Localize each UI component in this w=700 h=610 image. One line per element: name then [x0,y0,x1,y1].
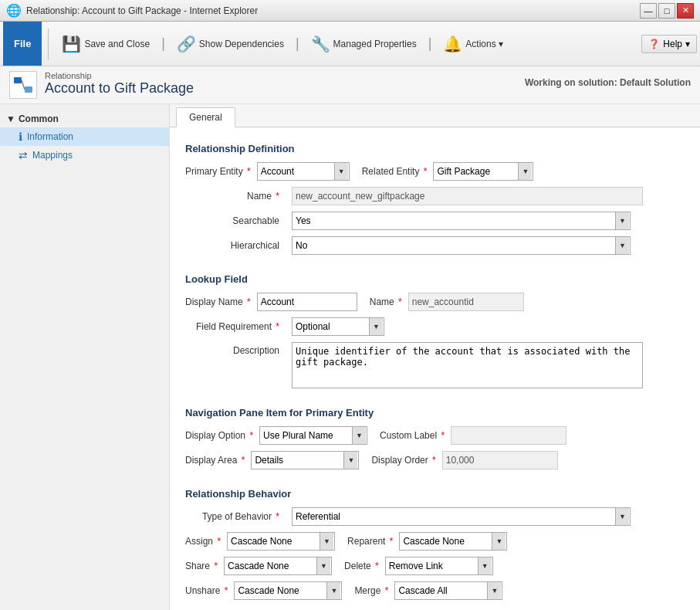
help-button[interactable]: ❓ Help ▾ [641,35,697,53]
custom-label-label: Custom Label * [380,430,445,441]
title-bar-text: Relationship: Account to Gift Package - … [26,5,258,16]
description-row: Description Unique identifier of the acc… [185,342,685,388]
ie-icon: 🌐 [6,3,22,18]
share-select-wrapper: Cascade None ▼ [224,557,332,575]
maximize-button[interactable]: □ [658,3,675,19]
merge-pair: Merge * Cascade All ▼ [354,581,502,600]
display-order-required: * [432,455,436,466]
hierarchical-select[interactable]: No [292,236,631,255]
merge-label: Merge * [354,585,388,596]
primary-entity-required: * [247,166,251,177]
display-option-required: * [249,430,253,441]
unshare-select[interactable]: Cascade None [234,581,342,600]
save-and-close-label: Save and Close [84,39,150,49]
sidebar-item-mappings[interactable]: ⇄ Mappings [0,146,169,164]
type-of-behavior-select[interactable]: Referential [292,507,631,526]
minimize-button[interactable]: — [640,3,657,19]
share-select[interactable]: Cascade None [224,557,332,575]
sidebar-item-mappings-label: Mappings [32,150,73,161]
share-label: Share * [185,561,218,571]
description-textarea[interactable]: Unique identifier of the account that is… [292,342,643,388]
actions-label: Actions ▾ [465,39,503,49]
delete-select[interactable]: Remove Link [385,557,493,575]
custom-label-input[interactable] [451,426,566,445]
field-requirement-select[interactable]: Optional [292,317,384,336]
related-entity-select[interactable]: Gift Package [433,162,533,181]
svg-rect-1 [25,86,32,93]
assign-required: * [217,536,221,547]
hierarchical-row: Hierarchical No ▼ [185,236,685,255]
searchable-select[interactable]: Yes [292,212,631,230]
content-area: ▼ Common ℹ Information ⇄ Mappings Genera… [0,104,700,610]
related-entity-required: * [424,166,428,177]
top-info-bar: Relationship Account to Gift Package Wor… [0,66,700,104]
share-required: * [214,561,218,571]
main-content: General Relationship Definition Primary … [170,104,700,610]
relationship-definition-title: Relationship Definition [185,143,685,154]
unshare-required: * [225,585,228,596]
navigation-pane-title: Navigation Pane Item for Primary Entity [185,407,685,419]
searchable-label: Searchable [185,215,286,226]
show-dependencies-button[interactable]: 🔗 Show Dependencies [170,25,291,63]
primary-entity-select[interactable]: Account [257,162,350,181]
reparent-select[interactable]: Cascade None [399,532,507,551]
display-option-pair: Display Option * Use Plural Name ▼ [185,426,367,445]
description-label: Description [185,342,286,356]
lookup-name-required: * [398,297,402,307]
related-entity-select-wrapper: Gift Package ▼ [433,162,533,181]
primary-entity-select-wrapper: Account ▼ [257,162,350,181]
entity-title-block: Relationship Account to Gift Package [45,71,194,97]
reparent-required: * [390,536,394,547]
reparent-label: Reparent * [347,536,393,547]
assign-select-wrapper: Cascade None ▼ [227,532,335,551]
share-pair: Share * Cascade None ▼ [185,557,332,575]
delete-select-wrapper: Remove Link ▼ [385,557,493,575]
lookup-name-input[interactable] [408,293,524,311]
merge-select[interactable]: Cascade All [394,581,502,600]
display-order-input[interactable] [442,451,558,469]
field-requirement-row: Field Requirement * Optional ▼ [185,317,685,336]
svg-rect-0 [14,77,22,83]
file-button[interactable]: File [3,22,42,66]
svg-line-2 [22,80,25,90]
sidebar-section-common[interactable]: ▼ Common [0,110,169,127]
type-of-behavior-required: * [276,511,279,522]
ribbon-divider-1 [48,29,49,59]
reparent-pair: Reparent * Cascade None ▼ [347,532,507,551]
sidebar-item-information-label: Information [27,131,73,142]
display-area-select[interactable]: Details [251,451,359,469]
entity-subtitle: Relationship [45,71,194,80]
dependencies-icon: 🔗 [177,35,196,53]
sidebar-item-information[interactable]: ℹ Information [0,127,169,146]
assign-label: Assign * [185,536,221,547]
displayoption-customlabel-row: Display Option * Use Plural Name ▼ Cus [185,426,685,445]
lookup-displayname-pair: Display Name * [185,293,357,311]
close-button[interactable]: ✕ [677,3,694,19]
managed-properties-button[interactable]: 🔧 Managed Properties [304,25,424,63]
managed-properties-label: Managed Properties [333,39,417,49]
unshare-select-wrapper: Cascade None ▼ [234,581,342,600]
ribbon-sep-1: | [160,36,167,52]
sep-2 [185,395,685,404]
managed-properties-icon: 🔧 [311,35,330,53]
type-of-behavior-label: Type of Behavior * [185,511,286,522]
display-option-select[interactable]: Use Plural Name [259,426,367,445]
related-entity-pair: Related Entity * Gift Package ▼ [362,162,534,181]
sep-1 [185,261,685,270]
tab-general[interactable]: General [176,107,235,127]
field-requirement-select-wrapper: Optional ▼ [292,317,384,336]
assign-select[interactable]: Cascade None [227,532,335,551]
name-input[interactable] [292,187,643,205]
save-icon: 💾 [62,35,81,53]
searchable-select-wrapper: Yes ▼ [292,212,631,230]
displayname-name-row: Display Name * Name * [185,293,685,311]
type-of-behavior-select-wrapper: Referential ▼ [292,507,631,526]
actions-button[interactable]: 🔔 Actions ▾ [436,25,510,63]
display-option-select-wrapper: Use Plural Name ▼ [259,426,367,445]
name-row: Name * [185,187,685,205]
actions-icon: 🔔 [443,35,462,53]
name-required: * [276,191,279,202]
lookup-displayname-input[interactable] [257,293,357,311]
save-and-close-button[interactable]: 💾 Save and Close [55,25,157,63]
entity-header: Relationship Account to Gift Package [9,71,194,99]
